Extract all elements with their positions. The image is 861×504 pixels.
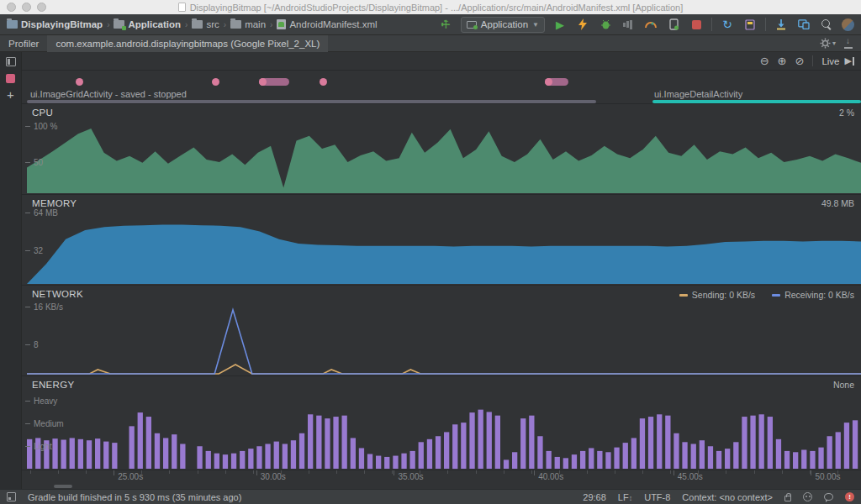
live-label: Live — [821, 56, 839, 66]
touch-event-dot — [212, 78, 219, 86]
energy-ytick-medium: Medium — [25, 419, 64, 428]
breadcrumb-main[interactable]: main — [230, 19, 266, 29]
memory-section[interactable]: MEMORY 49.8 MB 64 MB 32 — [22, 195, 861, 286]
touch-hold-event-pill — [545, 78, 568, 86]
memory-current-value: 49.8 MB — [821, 198, 854, 208]
cpu-section[interactable]: CPU 2 % 100 % 50 — [22, 104, 861, 195]
breadcrumb-separator-icon: › — [184, 20, 188, 29]
profiler-session-tab[interactable]: com.example.android.displayingbitmaps (G… — [47, 35, 328, 52]
receiving-swatch-icon — [772, 294, 780, 297]
event-timeline[interactable]: ui.ImageGridActivity - saved - stoppedui… — [22, 71, 861, 104]
energy-ytick-heavy: Heavy — [25, 396, 57, 406]
energy-ytick-light: Light — [25, 442, 52, 451]
settings-gear-button[interactable]: ▾ — [820, 38, 836, 49]
breadcrumb: DisplayingBitmap › Application › src › m… — [7, 19, 378, 29]
energy-chart[interactable] — [27, 376, 861, 470]
folder-icon — [192, 20, 203, 29]
avd-manager-icon[interactable] — [796, 17, 811, 32]
android-manifest-icon — [277, 19, 286, 29]
memory-title: MEMORY — [32, 198, 77, 208]
cpu-ytick-100: 100 % — [25, 122, 57, 131]
memory-chart[interactable] — [27, 195, 861, 285]
breadcrumb-src[interactable]: src — [192, 19, 219, 29]
avatar[interactable] — [842, 18, 854, 31]
main-toolbar: DisplayingBitmap › Application › src › m… — [0, 14, 861, 35]
profiler-toolwindow-label[interactable]: Profiler — [0, 39, 47, 49]
breadcrumb-module[interactable]: Application — [114, 19, 181, 29]
network-ytick-16: 16 KB/s — [25, 302, 63, 312]
new-session-plus-button[interactable]: + — [7, 91, 14, 99]
time-tick: 35.00s — [394, 470, 423, 481]
folder-icon — [230, 20, 241, 29]
activity-label: ui.ImageGridActivity - saved - stopped — [30, 89, 187, 99]
search-everywhere-icon[interactable] — [819, 17, 834, 32]
statusbar: Gradle build finished in 5 s 930 ms (35 … — [0, 489, 861, 504]
cpu-chart[interactable] — [27, 104, 861, 194]
stop-button[interactable] — [689, 17, 704, 32]
memory-ytick-32: 32 — [25, 246, 43, 255]
window-title: DisplayingBitmap [~/AndroidStudioProject… — [190, 3, 684, 13]
gradle-sync-icon[interactable]: ↻ — [720, 17, 735, 32]
time-axis[interactable]: 25.00s30.00s35.00s40.00s45.00s50.00s — [22, 470, 861, 485]
zoom-in-button[interactable]: ⊕ — [778, 55, 787, 67]
toolbar-actions: ⚒ Application ▼ ▶ ↻ — [438, 17, 854, 33]
run-configuration-dropdown[interactable]: Application ▼ — [461, 17, 545, 33]
horizontal-scrollbar[interactable] — [54, 485, 72, 488]
context-selector[interactable]: Context: <no context> — [682, 492, 773, 502]
sdk-manager-icon[interactable] — [774, 17, 789, 32]
event-log-icon[interactable] — [824, 493, 833, 501]
legend-receiving: Receiving: 0 KB/s — [772, 290, 854, 300]
zoom-reset-button[interactable]: ⊘ — [795, 55, 805, 67]
network-section[interactable]: NETWORK Sending: 0 KB/s Receiving: 0 KB/… — [22, 286, 861, 376]
build-hammer-icon[interactable]: ⚒ — [435, 13, 456, 34]
run-button[interactable]: ▶ — [552, 17, 568, 32]
breadcrumb-project[interactable]: DisplayingBitmap — [7, 19, 103, 29]
hide-toolwindow-icon[interactable] — [844, 39, 853, 48]
statusbar-message[interactable]: Gradle build finished in 5 s 930 ms (35 … — [28, 492, 241, 502]
caret-position[interactable]: 29:68 — [583, 492, 606, 502]
app-module-icon — [467, 21, 477, 29]
toolwindow-toggle-icon[interactable] — [7, 492, 16, 501]
zoom-out-button[interactable]: ⊖ — [760, 55, 769, 67]
profile-disabled-icon — [621, 17, 636, 32]
cpu-title: CPU — [32, 108, 53, 118]
notification-icon[interactable]: ! — [845, 492, 854, 501]
profiler-zoom-toolbar: ⊖ ⊕ ⊘ Live ▶ — [22, 52, 861, 71]
touch-event-dot — [76, 78, 83, 86]
layout-inspector-icon[interactable] — [742, 17, 758, 32]
cpu-current-value: 2 % — [839, 108, 854, 118]
titlebar: DisplayingBitmap [~/AndroidStudioProject… — [0, 0, 861, 14]
line-ending-selector[interactable]: LF↕ — [618, 492, 632, 502]
profiler-tabbar: Profiler com.example.android.displayingb… — [0, 35, 861, 52]
debug-bug-icon[interactable] — [598, 17, 613, 32]
network-title: NETWORK — [32, 289, 83, 299]
module-folder-icon — [114, 20, 124, 29]
breadcrumb-separator-icon: › — [223, 20, 227, 29]
legend-sending: Sending: 0 KB/s — [679, 290, 755, 300]
attach-debugger-device-icon[interactable] — [666, 17, 681, 32]
lock-icon[interactable] — [784, 496, 791, 501]
highlighting-level-icon[interactable] — [803, 492, 812, 501]
energy-current-value: None — [833, 380, 854, 390]
profiler-gauge-icon[interactable] — [643, 17, 658, 32]
network-ytick-8: 8 — [25, 340, 39, 349]
breadcrumb-separator-icon: › — [269, 20, 273, 29]
cpu-ytick-50: 50 — [25, 158, 43, 167]
breadcrumb-manifest[interactable]: AndroidManifest.xml — [277, 19, 377, 29]
energy-title: ENERGY — [32, 380, 74, 390]
activity-label: ui.ImageDetailActivity — [654, 89, 742, 99]
project-icon — [7, 20, 18, 29]
activity-lifetime-bar — [27, 100, 596, 103]
apply-changes-lightning-icon[interactable] — [575, 17, 590, 32]
go-live-button[interactable]: ▶ — [845, 55, 854, 66]
network-legend: Sending: 0 KB/s Receiving: 0 KB/s — [679, 290, 854, 300]
touch-event-dot — [320, 78, 327, 86]
android-studio-window: DisplayingBitmap [~/AndroidStudioProject… — [0, 0, 861, 504]
activity-lifetime-bar — [652, 100, 861, 103]
encoding-selector[interactable]: UTF-8 — [644, 492, 670, 502]
chevron-down-icon: ▾ — [832, 39, 836, 47]
sessions-panel-icon[interactable] — [6, 57, 16, 66]
session-indicator-icon[interactable] — [6, 74, 15, 83]
toolbar-divider — [765, 18, 766, 31]
energy-section[interactable]: ENERGY None Heavy Medium Light — [22, 376, 861, 470]
